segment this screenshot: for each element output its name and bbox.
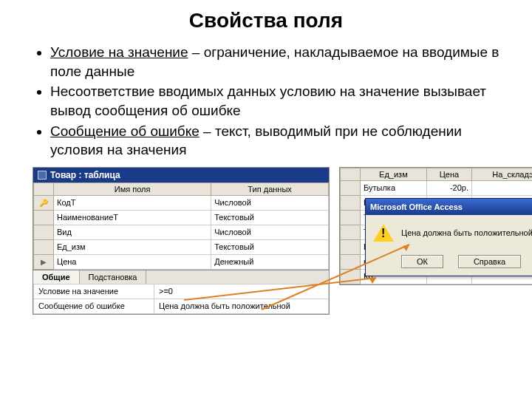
bullet-1: Условие на значение – ограничение, накла… — [50, 43, 499, 81]
dialog-message: Цена должна быть положительной — [401, 228, 532, 237]
prop-validation-rule-label: Условие на значение — [34, 284, 154, 299]
prop-validation-text-label: Сообщение об ошибке — [34, 299, 154, 313]
property-tabs[interactable]: Общие Подстановка — [33, 270, 329, 284]
help-button[interactable]: Справка — [458, 255, 521, 268]
property-sheet[interactable]: Условие на значение>=0 Сообщение об ошиб… — [33, 284, 329, 314]
table-row: ▶ЦенаДенежный — [34, 254, 329, 269]
table-row: ВидЧисловой — [34, 225, 329, 239]
bullet-2: Несоответствие вводимых данных условию н… — [50, 82, 499, 120]
bullet-3: Сообщение об ошибке – текст, выводимый п… — [50, 122, 499, 160]
bullet-list: Условие на значение – ограничение, накла… — [33, 43, 499, 160]
window-titlebar: Товар : таблица — [33, 168, 329, 183]
tab-general[interactable]: Общие — [33, 270, 80, 284]
ok-button[interactable]: ОК — [401, 255, 443, 268]
field-grid[interactable]: Имя поляТип данных 🔑КодТЧисловой Наимено… — [33, 183, 329, 270]
tab-lookup[interactable]: Подстановка — [80, 270, 147, 284]
page-title: Свойства поля — [33, 9, 499, 33]
prop-validation-text-value[interactable]: Цена должна быть положительной — [154, 299, 329, 313]
table-row: Ед_измТекстовый — [34, 239, 329, 254]
warning-icon: ! — [373, 222, 394, 243]
error-dialog: Microsoft Office Access ✕ ! Цена должна … — [365, 198, 532, 276]
table-icon — [38, 171, 47, 180]
prop-validation-rule-value[interactable]: >=0 — [154, 284, 329, 299]
design-view-window: Товар : таблица Имя поляТип данных 🔑КодТ… — [33, 167, 330, 315]
table-row: 🔑КодТЧисловой — [34, 195, 329, 210]
table-row: НаименованиеТТекстовый — [34, 210, 329, 225]
table-row: Бутылка-20р.1000 — [341, 180, 533, 195]
dialog-titlebar: Microsoft Office Access ✕ — [366, 199, 532, 215]
